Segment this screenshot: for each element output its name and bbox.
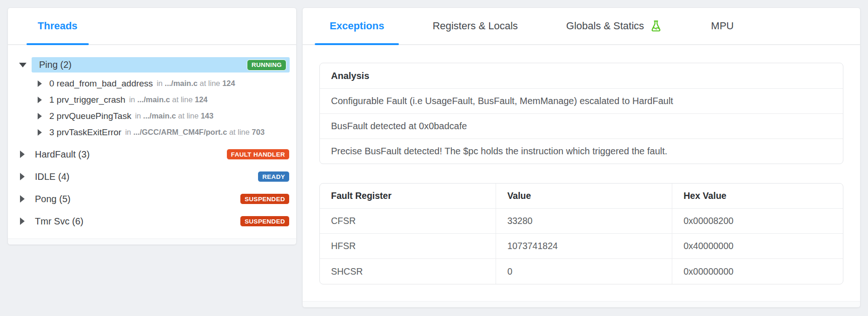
thread-selection-highlight[interactable]: Ping (2) RUNNING [32, 57, 290, 72]
thread-name: Tmr Svc (6) [35, 216, 83, 227]
stack-frame-row-0[interactable]: 0 read_from_bad_address in .../main.c at… [8, 75, 296, 92]
frame-path: .../main.c [165, 79, 198, 87]
at-line-label: at line [229, 128, 250, 136]
stack-frame-row-3[interactable]: 3 prvTaskExitError in .../GCC/ARM_CM4F/p… [8, 124, 296, 140]
thread-row-ping[interactable]: Ping (2) RUNNING [8, 57, 296, 72]
threads-tabbar: Threads [8, 8, 296, 45]
stack-frame-row-1[interactable]: 1 prv_trigger_crash in .../main.c at lin… [8, 92, 296, 108]
tab-exceptions-label: Exceptions [330, 20, 384, 32]
at-line-label: at line [178, 112, 199, 120]
status-badge-suspended: SUSPENDED [240, 216, 290, 227]
flask-icon [649, 20, 663, 33]
frame-function: 1 prv_trigger_crash [49, 95, 126, 105]
frame-function: 2 prvQueuePingTask [49, 111, 131, 121]
table-header-hex-value: Hex Value [672, 184, 843, 209]
at-line-label: at line [200, 79, 220, 87]
details-tabbar: Exceptions Registers & Locals Globals & … [303, 8, 860, 45]
table-cell-register: CFSR [320, 209, 496, 234]
caret-right-icon[interactable] [20, 173, 25, 180]
in-label: in [157, 79, 163, 87]
panel-footer [303, 301, 860, 307]
tab-registers-locals-label: Registers & Locals [432, 20, 517, 32]
table-cell-hex: 0x00008200 [672, 209, 843, 234]
status-badge-suspended: SUSPENDED [240, 193, 290, 204]
status-badge-running: RUNNING [247, 59, 286, 71]
in-label: in [125, 128, 131, 136]
table-cell-value: 33280 [496, 209, 672, 234]
fault-register-table: Fault Register Value Hex Value CFSR 3328… [319, 183, 843, 284]
stack-frame-row-2[interactable]: 2 prvQueuePingTask in .../main.c at line… [8, 108, 296, 124]
thread-name: Pong (5) [35, 194, 71, 204]
table-cell-hex: 0x00000000 [672, 259, 843, 284]
tab-registers-locals[interactable]: Registers & Locals [417, 8, 532, 44]
table-cell-hex: 0x40000000 [672, 234, 843, 259]
frame-line: 124 [222, 79, 235, 87]
tab-exceptions[interactable]: Exceptions [315, 8, 399, 44]
in-label: in [135, 112, 141, 120]
exceptions-content: Analysis Configurable Fault (i.e UsageFa… [303, 63, 860, 284]
frame-path: .../main.c [143, 112, 176, 120]
frame-line: 143 [201, 112, 214, 120]
table-cell-value: 1073741824 [496, 234, 672, 259]
analysis-panel: Analysis Configurable Fault (i.e UsageFa… [319, 63, 843, 164]
tab-mpu[interactable]: MPU [696, 8, 749, 44]
analysis-row-0: Configurable Fault (i.e UsageFault, BusF… [320, 88, 843, 113]
frame-location: in .../main.c at line 143 [135, 112, 213, 120]
caret-right-icon[interactable] [38, 97, 42, 103]
details-panel: Exceptions Registers & Locals Globals & … [302, 7, 861, 308]
analysis-title: Analysis [320, 63, 843, 88]
table-header-fault-register: Fault Register [320, 184, 496, 209]
caret-right-icon[interactable] [20, 151, 25, 158]
frame-location: in .../main.c at line 124 [129, 95, 208, 104]
analysis-row-2: Precise BusFault detected! The $pc holds… [320, 138, 843, 164]
frame-path: .../main.c [137, 95, 170, 104]
caret-down-icon[interactable] [19, 63, 27, 67]
caret-right-icon[interactable] [38, 129, 42, 136]
caret-right-icon[interactable] [20, 217, 25, 225]
frame-function: 0 read_from_bad_address [49, 79, 153, 89]
tab-globals-statics-label: Globals & Statics [566, 20, 644, 32]
table-cell-register: HFSR [320, 234, 496, 259]
table-cell-register: SHCSR [320, 259, 496, 284]
thread-row-tmr-svc[interactable]: Tmr Svc (6) SUSPENDED [8, 210, 296, 232]
analysis-row-1: BusFault detected at 0x0badcafe [320, 113, 843, 138]
tab-mpu-label: MPU [711, 20, 734, 32]
thread-name: Ping (2) [39, 59, 72, 70]
status-badge-ready: READY [258, 171, 290, 182]
tab-threads-label: Threads [38, 20, 78, 32]
active-tab-underline [27, 43, 89, 45]
caret-right-icon[interactable] [38, 113, 42, 119]
thread-row-idle[interactable]: IDLE (4) READY [8, 165, 296, 188]
frame-line: 124 [195, 95, 208, 104]
thread-row-hardfault[interactable]: HardFault (3) FAULT HANDLER [8, 143, 296, 165]
frame-path: .../GCC/ARM_CM4F/port.c [133, 128, 227, 136]
tab-globals-statics[interactable]: Globals & Statics [551, 8, 678, 44]
thread-name: HardFault (3) [35, 149, 90, 160]
caret-right-icon[interactable] [38, 80, 42, 87]
stack-frames: 0 read_from_bad_address in .../main.c at… [8, 75, 296, 140]
thread-name: IDLE (4) [35, 171, 69, 182]
status-badge-fault-handler: FAULT HANDLER [226, 149, 290, 160]
table-header-value: Value [496, 184, 672, 209]
frame-location: in .../main.c at line 124 [157, 79, 235, 88]
frame-location: in .../GCC/ARM_CM4F/port.c at line 703 [125, 128, 265, 137]
in-label: in [129, 95, 135, 104]
active-tab-underline [315, 43, 399, 45]
thread-tree: Ping (2) RUNNING 0 read_from_bad_address… [8, 45, 296, 232]
table-cell-value: 0 [496, 259, 672, 284]
panel-footer [8, 238, 296, 244]
at-line-label: at line [172, 95, 192, 104]
frame-function: 3 prvTaskExitError [49, 127, 121, 138]
threads-panel: Threads Ping (2) RUNNING 0 read_from_bad… [7, 7, 297, 245]
tab-threads[interactable]: Threads [27, 8, 89, 44]
caret-right-icon[interactable] [20, 195, 25, 203]
frame-line: 703 [252, 128, 265, 136]
thread-row-pong[interactable]: Pong (5) SUSPENDED [8, 188, 296, 210]
